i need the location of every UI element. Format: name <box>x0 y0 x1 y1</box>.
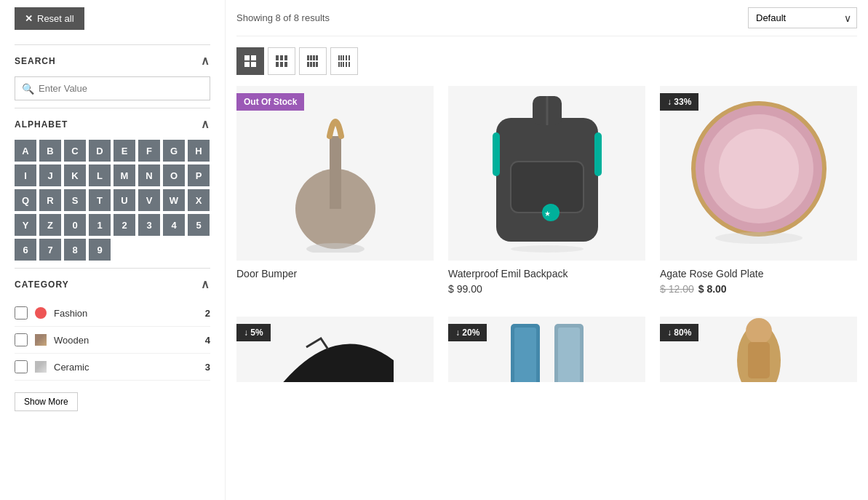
alpha-btn-y[interactable]: Y <box>15 214 36 236</box>
alpha-btn-p[interactable]: P <box>188 164 210 186</box>
search-header[interactable]: SEARCH ∧ <box>15 45 210 76</box>
top-bar: Showing 8 of 8 results DefaultPrice: Low… <box>236 0 857 36</box>
alpha-btn-d[interactable]: D <box>89 140 111 162</box>
alpha-btn-4[interactable]: 4 <box>163 214 185 236</box>
product-card-0[interactable]: Out Of Stock Door Bumper <box>236 86 434 302</box>
svg-rect-51 <box>748 342 770 378</box>
svg-rect-17 <box>316 62 318 67</box>
product-card-5[interactable]: ↓ 80% <box>660 317 857 382</box>
product-card-4[interactable]: ↓ 20% <box>448 317 645 382</box>
svg-rect-29 <box>330 136 341 209</box>
alpha-btn-q[interactable]: Q <box>15 189 36 211</box>
alpha-btn-g[interactable]: G <box>163 140 185 162</box>
product-name-2: Agate Rose Gold Plate <box>660 268 857 279</box>
alpha-btn-7[interactable]: 7 <box>39 239 61 261</box>
alpha-btn-n[interactable]: N <box>138 164 160 186</box>
search-section: SEARCH ∧ 🔍 <box>15 44 210 100</box>
alpha-btn-1[interactable]: 1 <box>89 214 111 236</box>
view-4col-button[interactable] <box>299 47 327 75</box>
product-card-3[interactable]: ↓ 5% <box>236 317 434 382</box>
product-card-2[interactable]: ↓ 33% Agate Rose Gold Plate$ 12.00$ 8.00 <box>660 86 857 302</box>
alpha-btn-8[interactable]: 8 <box>64 239 86 261</box>
search-title: SEARCH <box>15 56 56 66</box>
product-image-2: ↓ 33% <box>660 86 857 261</box>
svg-rect-21 <box>346 55 347 60</box>
alpha-btn-z[interactable]: Z <box>39 214 61 236</box>
product-original-price-2: $ 12.00 <box>660 283 694 295</box>
alpha-btn-k[interactable]: K <box>64 164 86 186</box>
alphabet-grid: ABCDEFGHIJKLMNOPQRSTUVWXYZ0123456789 <box>15 140 210 261</box>
svg-rect-22 <box>349 55 350 60</box>
alpha-btn-a[interactable]: A <box>15 140 36 162</box>
reset-all-button[interactable]: ✕ Reset all <box>15 7 84 30</box>
alpha-btn-r[interactable]: R <box>39 189 61 211</box>
alpha-btn-o[interactable]: O <box>163 164 185 186</box>
alpha-btn-h[interactable]: H <box>188 140 210 162</box>
svg-rect-26 <box>346 62 347 67</box>
svg-rect-5 <box>280 55 283 60</box>
category-checkbox-fashion[interactable] <box>15 306 28 320</box>
alpha-btn-c[interactable]: C <box>64 140 86 162</box>
category-section: CATEGORY ∧ Fashion2Wooden4Ceramic3 Show … <box>15 268 210 411</box>
product-badge-4: ↓ 20% <box>448 324 487 341</box>
category-header[interactable]: CATEGORY ∧ <box>15 269 210 300</box>
svg-rect-6 <box>284 55 287 60</box>
alpha-btn-x[interactable]: X <box>188 189 210 211</box>
svg-rect-23 <box>338 62 340 67</box>
alpha-btn-9[interactable]: 9 <box>89 239 111 261</box>
alphabet-title: ALPHABET <box>15 119 68 130</box>
svg-text:★: ★ <box>544 210 550 218</box>
alpha-btn-u[interactable]: U <box>114 189 135 211</box>
svg-rect-8 <box>280 62 283 67</box>
category-checkbox-wooden[interactable] <box>15 333 28 346</box>
category-item-wooden: Wooden4 <box>15 327 210 354</box>
product-price-1: $ 99.00 <box>448 283 645 295</box>
svg-rect-11 <box>310 55 312 60</box>
product-price-2: $ 12.00$ 8.00 <box>660 283 857 295</box>
category-checkbox-ceramic[interactable] <box>15 360 28 373</box>
alpha-btn-l[interactable]: L <box>89 164 111 186</box>
sort-select[interactable]: DefaultPrice: Low to HighPrice: High to … <box>748 7 857 28</box>
sort-wrap: DefaultPrice: Low to HighPrice: High to … <box>748 7 857 28</box>
search-input[interactable] <box>15 76 210 100</box>
svg-rect-20 <box>343 55 344 60</box>
alpha-btn-j[interactable]: J <box>39 164 61 186</box>
search-icon: 🔍 <box>22 83 34 95</box>
search-input-wrap: 🔍 <box>15 76 210 100</box>
alphabet-header[interactable]: ALPHABET ∧ <box>15 108 210 140</box>
alpha-btn-s[interactable]: S <box>64 189 86 211</box>
svg-rect-35 <box>493 132 500 176</box>
svg-rect-12 <box>313 55 315 60</box>
alpha-btn-6[interactable]: 6 <box>15 239 36 261</box>
show-more-button[interactable]: Show More <box>15 392 78 411</box>
product-info-0: Door Bumper <box>236 261 434 290</box>
reset-label: Reset all <box>37 13 74 24</box>
alpha-btn-v[interactable]: V <box>138 189 160 211</box>
alpha-btn-m[interactable]: M <box>114 164 135 186</box>
svg-rect-0 <box>244 55 250 60</box>
alpha-btn-w[interactable]: W <box>163 189 185 211</box>
category-item-fashion: Fashion2 <box>15 300 210 327</box>
product-badge-5: ↓ 80% <box>660 324 698 341</box>
alpha-btn-i[interactable]: I <box>15 164 36 186</box>
alpha-btn-0[interactable]: 0 <box>64 214 86 236</box>
product-name-0: Door Bumper <box>236 268 434 279</box>
category-count-ceramic: 3 <box>205 362 210 373</box>
svg-point-43 <box>715 232 803 244</box>
alpha-btn-3[interactable]: 3 <box>138 214 160 236</box>
x-icon: ✕ <box>25 13 33 24</box>
product-image-5: ↓ 80% <box>660 317 857 382</box>
alpha-btn-e[interactable]: E <box>114 140 135 162</box>
view-5col-button[interactable] <box>330 47 358 75</box>
alpha-btn-f[interactable]: F <box>138 140 160 162</box>
alpha-btn-t[interactable]: T <box>89 189 111 211</box>
alpha-btn-2[interactable]: 2 <box>114 214 135 236</box>
view-2col-button[interactable] <box>236 47 264 75</box>
results-text: Showing 8 of 8 results <box>236 12 330 23</box>
product-badge-0: Out Of Stock <box>236 93 304 111</box>
view-toggles <box>236 47 857 75</box>
product-card-1[interactable]: ★ Waterproof Emil Backpack$ 99.00 <box>448 86 645 302</box>
alpha-btn-5[interactable]: 5 <box>188 214 210 236</box>
view-3col-button[interactable] <box>268 47 295 75</box>
alpha-btn-b[interactable]: B <box>39 140 61 162</box>
